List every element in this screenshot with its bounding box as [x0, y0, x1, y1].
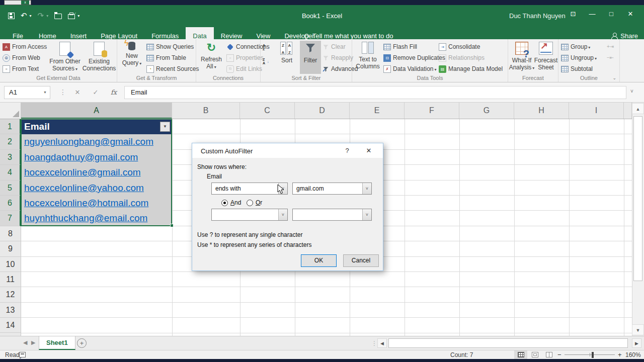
chevron-down-icon[interactable]: ˅: [362, 209, 371, 220]
page-break-view-button[interactable]: [542, 350, 555, 359]
new-sheet-button[interactable]: +: [77, 338, 87, 348]
subtotal-button[interactable]: Subtotal: [561, 64, 597, 74]
show-queries-button[interactable]: Show Queries: [146, 42, 199, 52]
text-to-columns-button[interactable]: Text to Columns: [354, 41, 381, 74]
forecast-sheet-button[interactable]: ↗ Forecast Sheet: [534, 41, 557, 74]
previous-sheet-icon[interactable]: ◀: [23, 339, 27, 346]
enter-entry-icon[interactable]: ✓: [89, 86, 103, 99]
column-header-e[interactable]: E: [350, 103, 405, 119]
sort-ascending-button[interactable]: AZ↓: [263, 42, 269, 52]
value-2-dropdown[interactable]: ˅: [292, 209, 372, 221]
select-all-corner[interactable]: [0, 103, 21, 119]
insert-function-icon[interactable]: fx: [107, 86, 121, 99]
name-box[interactable]: A1 ▼: [4, 86, 50, 99]
outline-dialog-launcher-icon[interactable]: ⌄: [612, 75, 616, 80]
scroll-left-icon[interactable]: ◀: [377, 338, 387, 348]
next-sheet-icon[interactable]: ▶: [31, 339, 35, 346]
zoom-out-icon[interactable]: −: [557, 351, 561, 358]
column-header-g[interactable]: G: [459, 103, 514, 119]
row-header-14[interactable]: 14: [0, 318, 21, 333]
recent-sources-button[interactable]: ◔Recent Sources: [146, 64, 199, 74]
cell-a3[interactable]: hoangdaothuy@gmail.com: [21, 150, 172, 165]
scroll-down-icon[interactable]: ▼: [632, 324, 644, 335]
chevron-down-icon[interactable]: ˅: [278, 209, 287, 220]
sort-descending-button[interactable]: ZA↓: [263, 56, 269, 66]
row-header-7[interactable]: 7: [0, 211, 21, 226]
minimize-icon[interactable]: —: [587, 10, 598, 18]
row-header-9[interactable]: 9: [0, 241, 21, 256]
name-box-dropdown-icon[interactable]: ▼: [43, 86, 47, 99]
group-button[interactable]: Group▾: [561, 42, 597, 52]
remove-duplicates-button[interactable]: ⊟Remove Duplicates: [383, 53, 445, 63]
row-header-6[interactable]: 6: [0, 196, 21, 211]
row-header-5[interactable]: 5: [0, 180, 21, 196]
condition-2-dropdown[interactable]: ˅: [211, 209, 288, 221]
dialog-title-bar[interactable]: Custom AutoFilter: [192, 143, 383, 158]
horizontal-scrollbar-thumb[interactable]: [388, 338, 628, 348]
cancel-entry-icon[interactable]: ✕: [70, 86, 85, 99]
column-header-d[interactable]: D: [295, 103, 350, 119]
column-header-c[interactable]: C: [240, 103, 295, 119]
cell-a7[interactable]: huynhthuckhang@email.com: [21, 211, 172, 226]
row-header-1[interactable]: 1: [0, 119, 21, 134]
ok-button[interactable]: OK: [301, 254, 337, 267]
tab-scrollbar-splitter[interactable]: ⋮: [371, 340, 377, 347]
autofilter-dropdown-button[interactable]: ▼: [160, 122, 170, 132]
dialog-close-icon[interactable]: ✕: [364, 147, 374, 154]
row-header-11[interactable]: 11: [0, 272, 21, 287]
value-1-dropdown[interactable]: gmail.com ˅: [292, 183, 372, 195]
column-header-i[interactable]: I: [569, 103, 624, 119]
zoom-slider-thumb[interactable]: [592, 352, 594, 358]
cell-a4[interactable]: hocexcelonline@gmail.com: [21, 165, 172, 180]
from-access-button[interactable]: AFrom Access: [3, 42, 47, 52]
normal-view-button[interactable]: [514, 350, 527, 359]
cell-a6[interactable]: hocexcelonline@hotmail.com: [21, 196, 172, 211]
row-header-13[interactable]: 13: [0, 303, 21, 318]
row-header-12[interactable]: 12: [0, 287, 21, 302]
cell-a1[interactable]: Email: [21, 119, 172, 134]
row-header-10[interactable]: 10: [0, 257, 21, 272]
what-if-analysis-button[interactable]: ? What-If Analysis▾: [509, 41, 534, 74]
cell-a2[interactable]: nguyenluongbang@gmail.com: [21, 134, 172, 149]
page-layout-view-button[interactable]: [528, 350, 541, 359]
chevron-down-icon[interactable]: ˅: [362, 183, 371, 194]
data-validation-button[interactable]: ✗Data Validation▾: [383, 64, 445, 74]
column-header-h[interactable]: H: [514, 103, 569, 119]
close-icon[interactable]: ✕: [625, 10, 636, 18]
ungroup-button[interactable]: Ungroup▾: [561, 53, 597, 63]
consolidate-button[interactable]: ⇥Consolidate: [439, 42, 503, 52]
and-radio[interactable]: And: [221, 199, 241, 206]
row-header-4[interactable]: 4: [0, 165, 21, 180]
scroll-right-icon[interactable]: ▶: [632, 338, 641, 348]
new-query-button[interactable]: ϟ New Query▾: [119, 41, 144, 74]
zoom-in-icon[interactable]: +: [618, 351, 622, 358]
row-header-2[interactable]: 2: [0, 134, 21, 149]
row-header-8[interactable]: 8: [0, 226, 21, 241]
expand-formula-bar-icon[interactable]: ˅: [630, 88, 633, 94]
account-name[interactable]: Duc Thanh Nguyen: [509, 12, 566, 20]
from-table-button[interactable]: From Table: [146, 53, 199, 63]
sheet-tab-sheet1[interactable]: Sheet1: [39, 336, 75, 350]
formula-input[interactable]: Email: [124, 86, 626, 99]
ribbon-display-options-icon[interactable]: ⊡: [568, 10, 579, 18]
column-header-b[interactable]: B: [172, 103, 240, 119]
condition-1-dropdown[interactable]: ends with ˅: [211, 183, 288, 195]
vertical-scrollbar-thumb[interactable]: [633, 116, 642, 281]
scroll-up-icon[interactable]: ▲: [632, 103, 644, 114]
sort-button[interactable]: ZAAZ Sort: [275, 41, 299, 74]
cell-a5[interactable]: hocexcelonline@yahoo.com: [21, 180, 172, 196]
maximize-icon[interactable]: □: [606, 10, 617, 18]
dialog-help-icon[interactable]: ?: [343, 147, 352, 154]
refresh-all-button[interactable]: ↻ Refresh All▾: [198, 41, 224, 74]
cancel-button[interactable]: Cancel: [343, 254, 379, 267]
macro-record-icon[interactable]: [19, 352, 26, 357]
flash-fill-button[interactable]: Flash Fill: [383, 42, 445, 52]
row-header-3[interactable]: 3: [0, 150, 21, 165]
column-header-a[interactable]: A: [21, 103, 172, 119]
column-header-f[interactable]: F: [405, 103, 459, 119]
from-web-button[interactable]: ⊕From Web: [3, 53, 47, 63]
from-text-button[interactable]: ≡From Text: [3, 64, 47, 74]
zoom-level[interactable]: 160%: [625, 351, 641, 358]
from-other-sources-button[interactable]: From Other Sources▾: [48, 41, 82, 74]
or-radio[interactable]: Or: [247, 199, 262, 206]
